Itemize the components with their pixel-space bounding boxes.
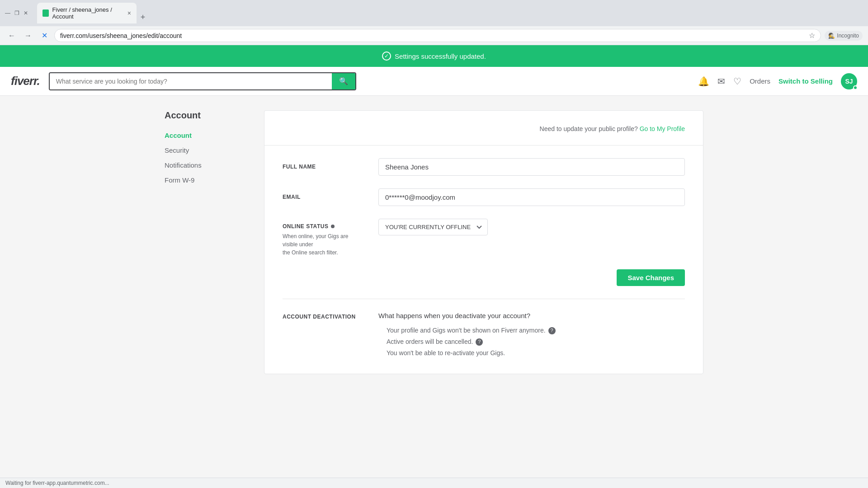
avatar-online-dot — [853, 85, 858, 90]
browser-chrome: — ❐ ✕ Fiverr / sheena_jones / Account × … — [0, 0, 868, 45]
sidebar-item-account[interactable]: Account — [165, 128, 246, 143]
sidebar-item-formw9[interactable]: Form W-9 — [165, 173, 246, 188]
search-bar[interactable]: 🔍 — [49, 72, 356, 90]
browser-actions: 🕵 Incognito — [825, 31, 863, 41]
status-select-wrapper: YOU'RE CURRENTLY OFFLINE YOU'RE CURRENTL… — [378, 219, 685, 235]
deactivation-item-1: Your profile and Gigs won't be shown on … — [387, 325, 685, 336]
full-name-input[interactable] — [378, 158, 685, 176]
address-bar[interactable]: fiverr.com/users/sheena_jones/edit/accou… — [54, 29, 821, 42]
fiverr-navbar: fiverr. 🔍 🔔 ✉ ♡ Orders Switch to Selling… — [0, 67, 868, 96]
avatar-initials: SJ — [845, 78, 853, 85]
logo-text: fiverr. — [11, 74, 40, 88]
deactivation-item-1-text: Your profile and Gigs won't be shown on … — [387, 325, 546, 336]
deactivation-label: ACCOUNT DEACTIVATION — [283, 312, 364, 359]
success-message: Settings successfully updated. — [395, 52, 486, 60]
browser-titlebar: — ❐ ✕ Fiverr / sheena_jones / Account × … — [0, 0, 868, 26]
switch-selling-link[interactable]: Switch to Selling — [778, 77, 833, 85]
window-controls: — ❐ ✕ — [5, 10, 29, 16]
go-to-profile-link[interactable]: Go to My Profile — [640, 125, 685, 132]
online-status-row: ONLINE STATUS When online, your Gigs are… — [283, 219, 685, 257]
incognito-badge: 🕵 Incognito — [825, 31, 863, 41]
heart-icon: ♡ — [733, 76, 741, 87]
deactivation-item-2: Active orders will be cancelled. ? — [387, 336, 685, 347]
email-field — [378, 188, 685, 206]
window-maximize-button[interactable]: ❐ — [14, 10, 20, 16]
incognito-label: Incognito — [837, 33, 859, 39]
messages-button[interactable]: ✉ — [717, 76, 725, 87]
search-button[interactable]: 🔍 — [332, 73, 355, 89]
info-icon-1[interactable]: ? — [548, 327, 556, 334]
incognito-icon: 🕵 — [828, 33, 835, 39]
info-icon-2[interactable]: ? — [476, 338, 483, 346]
form-divider — [264, 145, 703, 145]
mail-icon: ✉ — [717, 76, 725, 87]
nav-actions: 🔔 ✉ ♡ Orders Switch to Selling SJ — [698, 73, 857, 89]
deactivation-section: ACCOUNT DEACTIVATION What happens when y… — [283, 299, 685, 359]
save-changes-button[interactable]: Save Changes — [617, 269, 685, 286]
browser-reload-button[interactable]: ✕ — [38, 29, 51, 42]
deactivation-item-3: You won't be able to re-activate your Gi… — [387, 347, 685, 359]
profile-text: Need to update your public profile? — [540, 125, 638, 132]
deactivation-question: What happens when you deactivate your ac… — [378, 312, 685, 319]
browser-back-button[interactable]: ← — [5, 29, 18, 42]
new-tab-button[interactable]: + — [137, 11, 149, 23]
success-banner: ✓ Settings successfully updated. — [0, 45, 868, 67]
save-row: Save Changes — [283, 269, 685, 286]
full-name-row: FULL NAME — [283, 158, 685, 176]
online-status-title: ONLINE STATUS — [283, 223, 364, 230]
online-status-label-group: ONLINE STATUS When online, your Gigs are… — [283, 219, 364, 257]
online-status-description: When online, your Gigs are visible under… — [283, 232, 364, 257]
address-bar-row: ← → ✕ fiverr.com/users/sheena_jones/edit… — [0, 26, 868, 45]
email-input[interactable] — [378, 188, 685, 206]
full-name-label: FULL NAME — [283, 158, 364, 170]
address-url: fiverr.com/users/sheena_jones/edit/accou… — [60, 32, 805, 39]
email-label: EMAIL — [283, 188, 364, 200]
success-check-icon: ✓ — [382, 52, 391, 61]
avatar-button[interactable]: SJ — [841, 73, 857, 89]
deactivation-list: Your profile and Gigs won't be shown on … — [378, 325, 685, 359]
tab-close-button[interactable]: × — [127, 9, 131, 17]
profile-link-row: Need to update your public profile? Go t… — [283, 125, 685, 132]
notifications-button[interactable]: 🔔 — [698, 76, 709, 87]
search-icon: 🔍 — [339, 77, 348, 85]
deactivation-item-3-text: You won't be able to re-activate your Gi… — [387, 347, 505, 359]
orders-link[interactable]: Orders — [750, 77, 770, 85]
main-content: Account Account Security Notifications F… — [154, 96, 714, 389]
window-close-button[interactable]: ✕ — [23, 10, 29, 16]
online-status-select[interactable]: YOU'RE CURRENTLY OFFLINE YOU'RE CURRENTL… — [378, 219, 488, 235]
full-name-field — [378, 158, 685, 176]
sidebar-item-notifications[interactable]: Notifications — [165, 158, 246, 173]
window-minimize-button[interactable]: — — [5, 10, 11, 16]
browser-forward-button[interactable]: → — [22, 29, 34, 42]
address-bar-icons: ☆ — [809, 31, 815, 40]
favorites-button[interactable]: ♡ — [733, 76, 741, 87]
sidebar: Account Account Security Notifications F… — [165, 110, 246, 374]
sidebar-title: Account — [165, 110, 246, 121]
fiverr-logo[interactable]: fiverr. — [11, 74, 40, 88]
tab-favicon — [42, 9, 49, 17]
search-input[interactable] — [50, 73, 332, 89]
bell-icon: 🔔 — [698, 76, 709, 87]
tab-title: Fiverr / sheena_jones / Account — [52, 6, 122, 20]
tab-bar: Fiverr / sheena_jones / Account × + — [33, 3, 863, 23]
sidebar-item-security[interactable]: Security — [165, 143, 246, 158]
deactivation-info: What happens when you deactivate your ac… — [378, 312, 685, 359]
bookmark-icon[interactable]: ☆ — [809, 31, 815, 40]
browser-tab-active[interactable]: Fiverr / sheena_jones / Account × — [37, 3, 137, 23]
status-indicator-dot — [331, 225, 335, 228]
content-area: Need to update your public profile? Go t… — [264, 110, 703, 374]
deactivation-item-2-text: Active orders will be cancelled. — [387, 336, 473, 347]
email-row: EMAIL — [283, 188, 685, 206]
online-status-label-text: ONLINE STATUS — [283, 223, 328, 230]
